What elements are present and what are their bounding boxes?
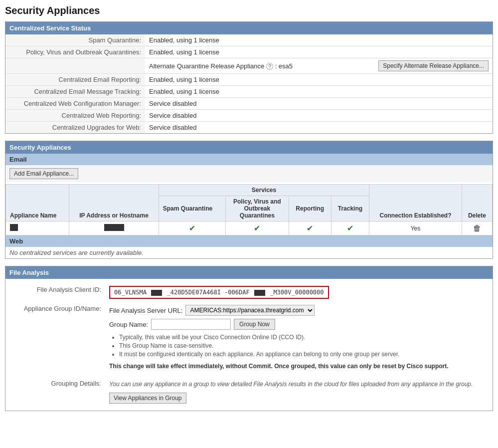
- web-reporting-label: Centralized Web Reporting:: [5, 110, 145, 122]
- web-upgrades-value: Service disabled: [145, 122, 493, 134]
- client-id-square1: [151, 290, 162, 296]
- table-row: Alternate Quarantine Release Appliance ?…: [5, 58, 493, 74]
- table-row: Centralized Web Configuration Manager: S…: [5, 98, 493, 110]
- table-row: ✔ ✔ ✔ ✔ Yes 🗑: [6, 222, 493, 235]
- status-table: Spam Quarantine: Enabled, using 1 licens…: [5, 34, 493, 133]
- delete-header: Delete: [462, 185, 492, 222]
- table-row: Policy, Virus and Outbreak Quarantines: …: [5, 46, 493, 58]
- client-id-square2: [254, 290, 265, 296]
- table-row: File Analysis Client ID: 06_VLNSMA _420D…: [5, 283, 493, 302]
- table-row: Centralized Email Message Tracking: Enab…: [5, 86, 493, 98]
- page-title: Security Appliances: [5, 5, 493, 16]
- grouping-details-text: You can use any appliance in a group to …: [109, 380, 489, 389]
- delete-cell[interactable]: 🗑: [462, 222, 492, 235]
- reporting-check-cell: ✔: [289, 222, 331, 235]
- view-appliances-button[interactable]: View Appliances in Group: [109, 393, 186, 404]
- appliance-name-cell: [6, 222, 69, 235]
- warning-text: This change will take effect immediately…: [109, 363, 489, 370]
- web-no-services: No centralized services are currently av…: [5, 247, 493, 258]
- client-id-value-cell: 06_VLNSMA _420D5DE07A468I -006DAF _M300V…: [105, 283, 493, 302]
- checkmark-tracking-icon: ✔: [347, 224, 353, 232]
- file-analysis-header: File Analysis: [5, 266, 493, 279]
- alternate-release-label: [5, 58, 145, 74]
- web-reporting-value: Service disabled: [145, 110, 493, 122]
- file-analysis-section: File Analysis File Analysis Client ID: 0…: [5, 266, 493, 411]
- group-id-label: Appliance Group ID/Name:: [5, 302, 105, 377]
- client-id-mid: -006DAF: [224, 289, 250, 296]
- delete-icon[interactable]: 🗑: [473, 224, 481, 232]
- tracking-col-header: Tracking: [331, 196, 369, 222]
- services-group-header: Services: [159, 185, 369, 196]
- web-subheader: Web: [5, 235, 493, 247]
- tracking-check-cell: ✔: [331, 222, 369, 235]
- server-url-select[interactable]: AMERICAS:https://panacea.threatgrid.com: [185, 305, 315, 316]
- group-name-input[interactable]: [151, 319, 231, 330]
- alternate-release-text: Alternate Quarantine Release Appliance ?…: [149, 62, 293, 70]
- web-upgrades-label: Centralized Upgrades for Web:: [5, 122, 145, 134]
- table-row: Spam Quarantine: Enabled, using 1 licens…: [5, 34, 493, 46]
- policy-virus-col-header: Policy, Virus and Outbreak Quarantines: [225, 196, 289, 222]
- server-url-row: File Analysis Server URL: AMERICAS:https…: [109, 305, 489, 316]
- spam-check-cell: ✔: [159, 222, 225, 235]
- bullet-list: Typically, this value will be your Cisco…: [119, 334, 489, 358]
- policy-virus-label: Policy, Virus and Outbreak Quarantines:: [5, 46, 145, 58]
- checkmark-spam-icon: ✔: [189, 224, 195, 232]
- file-analysis-table: File Analysis Client ID: 06_VLNSMA _420D…: [5, 283, 493, 407]
- policy-check-cell: ✔: [225, 222, 289, 235]
- security-appliances-section: Security Appliances Email Add Email Appl…: [5, 141, 493, 259]
- grouping-details-label: Grouping Details:: [5, 377, 105, 407]
- checkmark-policy-icon: ✔: [254, 224, 260, 232]
- client-id-suffix: _M300V_00000000: [270, 289, 324, 296]
- table-row: Centralized Upgrades for Web: Service di…: [5, 122, 493, 134]
- table-row: Grouping Details: You can use any applia…: [5, 377, 493, 407]
- email-reporting-value: Enabled, using 1 license: [145, 74, 493, 86]
- add-email-appliance-button[interactable]: Add Email Appliance...: [9, 168, 78, 179]
- server-url-label: File Analysis Server URL:: [109, 307, 182, 314]
- client-id-encoded: _420D5DE07A468I: [167, 289, 221, 296]
- email-reporting-label: Centralized Email Reporting:: [5, 74, 145, 86]
- email-tracking-value: Enabled, using 1 license: [145, 86, 493, 98]
- email-subheader: Email: [5, 154, 493, 165]
- client-id-prefix: 06_VLNSMA: [114, 289, 147, 296]
- email-tracking-label: Centralized Email Message Tracking:: [5, 86, 145, 98]
- table-row: Appliance Group ID/Name: File Analysis S…: [5, 302, 493, 377]
- spam-quarantine-label: Spam Quarantine:: [5, 34, 145, 46]
- connection-cell: Yes: [369, 222, 462, 235]
- connection-header: Connection Established?: [369, 185, 462, 222]
- ip-cell: [69, 222, 159, 235]
- policy-virus-value: Enabled, using 1 license: [145, 46, 493, 58]
- client-id-box: 06_VLNSMA _420D5DE07A468I -006DAF _M300V…: [109, 286, 329, 299]
- bullet-item: This Group Name is case-sensitive.: [119, 342, 489, 349]
- centralized-status-header: Centralized Service Status: [5, 22, 493, 34]
- email-appliances-table: Appliance Name IP Address or Hostname Se…: [5, 184, 493, 235]
- alternate-release-value: Alternate Quarantine Release Appliance ?…: [145, 58, 493, 74]
- checkmark-reporting-icon: ✔: [307, 224, 313, 232]
- spam-quarantine-col-header: Spam Quarantine: [159, 196, 225, 222]
- group-id-value-cell: File Analysis Server URL: AMERICAS:https…: [105, 302, 493, 377]
- table-row: Centralized Email Reporting: Enabled, us…: [5, 74, 493, 86]
- centralized-status-section: Centralized Service Status Spam Quaranti…: [5, 21, 493, 134]
- bullet-item: It must be configured identically on eac…: [119, 351, 489, 358]
- add-email-row: Add Email Appliance...: [5, 165, 493, 182]
- client-id-label: File Analysis Client ID:: [5, 283, 105, 302]
- web-config-value: Service disabled: [145, 98, 493, 110]
- spam-quarantine-value: Enabled, using 1 license: [145, 34, 493, 46]
- ip-hostname-header: IP Address or Hostname: [69, 185, 159, 222]
- web-config-label: Centralized Web Configuration Manager:: [5, 98, 145, 110]
- grouping-details-value-cell: You can use any appliance in a group to …: [105, 377, 493, 407]
- security-appliances-header: Security Appliances: [5, 141, 493, 154]
- specify-alternate-button[interactable]: Specify Alternate Release Appliance...: [378, 60, 489, 71]
- bullet-item: Typically, this value will be your Cisco…: [119, 334, 489, 341]
- group-name-label: Group Name:: [109, 321, 148, 328]
- appliance-name-header: Appliance Name: [6, 185, 69, 222]
- reporting-col-header: Reporting: [289, 196, 331, 222]
- group-name-row: Group Name: Group Now: [109, 319, 489, 330]
- services-header-row: Appliance Name IP Address or Hostname Se…: [6, 185, 493, 196]
- group-now-button[interactable]: Group Now: [234, 319, 275, 330]
- table-row: Centralized Web Reporting: Service disab…: [5, 110, 493, 122]
